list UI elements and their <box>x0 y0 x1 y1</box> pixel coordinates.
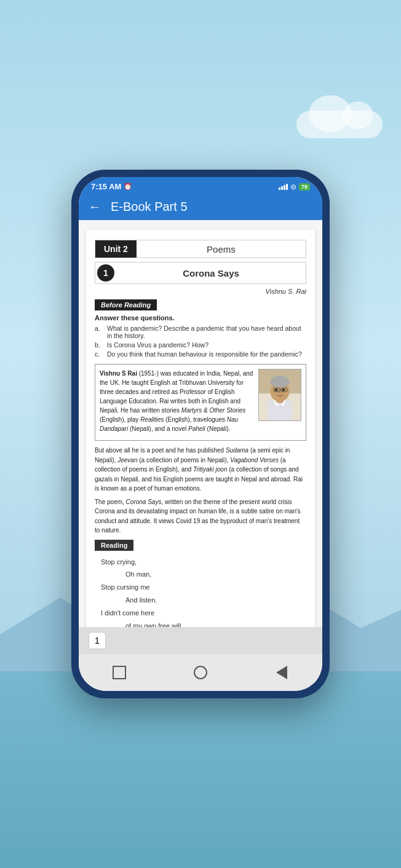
reading-label: Reading <box>95 540 133 551</box>
svg-point-8 <box>275 389 278 391</box>
time-display: 7:15 AM <box>91 182 121 191</box>
page-indicator-bar: 1 <box>79 627 322 654</box>
chapter-title: Corona Says <box>116 268 306 278</box>
question-letter-c: c. <box>95 350 103 358</box>
list-item: b. Is Corona Virus a pandemic? How? <box>95 341 306 349</box>
nav-square-button[interactable] <box>109 663 129 682</box>
question-text-a: What is pandemic? Describe a pandemic th… <box>107 325 306 339</box>
poem-line-3: Stop cursing me <box>101 581 306 594</box>
question-letter-b: b. <box>95 341 103 349</box>
wifi-icon: ⊜ <box>290 183 296 191</box>
bio-paragraph-2: But above all he is a poet and he has pu… <box>95 446 306 494</box>
bio-italic-martyrs: Martyrs & Other Stories <box>181 407 245 414</box>
instructions-text: Answer these questions. <box>95 314 306 322</box>
status-time-group: 7:15 AM ⏰ <box>91 182 132 191</box>
poem-line-5: I didn't come here <box>101 607 306 620</box>
alarm-icon: ⏰ <box>124 183 132 191</box>
svg-point-9 <box>282 389 285 391</box>
page-indicator-number: 1 <box>89 632 106 649</box>
poem-line-4: And listen. <box>101 594 306 607</box>
app-title: E-Book Part 5 <box>111 200 188 214</box>
back-button[interactable]: ← <box>89 200 101 214</box>
before-reading-label: Before Reading <box>95 299 157 310</box>
author-attribution: Vishnu S. Rai <box>95 288 306 295</box>
poem-line-1: Stop crying, <box>101 556 306 569</box>
bio-paragraph-3: The poem, Corona Says, written on the th… <box>95 497 306 535</box>
chapter-number: 1 <box>97 264 114 282</box>
content-area[interactable]: Unit 2 Poems 1 Corona Says Vishnu S. Rai… <box>79 220 322 627</box>
question-text-c: Do you think that human behaviour is res… <box>107 350 302 358</box>
chapter-header: 1 Corona Says <box>95 262 306 284</box>
unit-title: Poems <box>137 244 306 254</box>
signal-icon <box>279 184 288 190</box>
circle-icon <box>194 666 207 679</box>
unit-label: Unit 2 <box>95 240 137 258</box>
bio-italic-realities: Realities <box>140 416 164 423</box>
question-letter-a: a. <box>95 325 103 339</box>
nav-home-button[interactable] <box>191 663 210 682</box>
bio-italic-nau: Nau Dandapari <box>100 416 238 432</box>
poem-line-2: Oh man, <box>101 568 306 581</box>
svg-rect-2 <box>268 401 292 420</box>
question-text-b: Is Corona Virus a pandemic? How? <box>107 341 208 349</box>
question-list: a. What is pandemic? Describe a pandemic… <box>95 325 306 358</box>
status-icons-group: ⊜ 79 <box>279 183 310 191</box>
list-item: a. What is pandemic? Describe a pandemic… <box>95 325 306 339</box>
phone-screen: 7:15 AM ⏰ ⊜ 79 ← E-Book Part 5 <box>79 177 322 691</box>
author-photo <box>258 369 301 421</box>
author-portrait-svg <box>259 369 301 420</box>
author-bio-box: Vishnu S Rai (1951-) was educated in Ind… <box>95 364 306 441</box>
poem-content: Stop crying, Oh man, Stop cursing me And… <box>95 556 306 628</box>
book-page: Unit 2 Poems 1 Corona Says Vishnu S. Rai… <box>86 230 315 627</box>
list-item: c. Do you think that human behaviour is … <box>95 350 306 358</box>
phone-frame: 7:15 AM ⏰ ⊜ 79 ← E-Book Part 5 <box>71 170 330 698</box>
bio-text-block: Vishnu S Rai (1951-) was educated in Ind… <box>100 369 253 436</box>
app-bar: ← E-Book Part 5 <box>79 194 322 220</box>
bio-author-name: Vishnu S Rai <box>100 370 137 377</box>
nav-bar <box>79 654 322 691</box>
poem-line-6: of my own free will. <box>101 620 306 627</box>
battery-icon: 79 <box>299 183 310 191</box>
unit-header: Unit 2 Poems <box>95 240 306 258</box>
nav-back-button[interactable] <box>272 663 292 682</box>
back-triangle-icon <box>276 666 287 679</box>
square-icon <box>113 666 126 679</box>
svg-point-7 <box>270 376 289 387</box>
bio-italic-paheli: Paheli <box>188 425 205 432</box>
status-bar: 7:15 AM ⏰ ⊜ 79 <box>79 177 322 194</box>
